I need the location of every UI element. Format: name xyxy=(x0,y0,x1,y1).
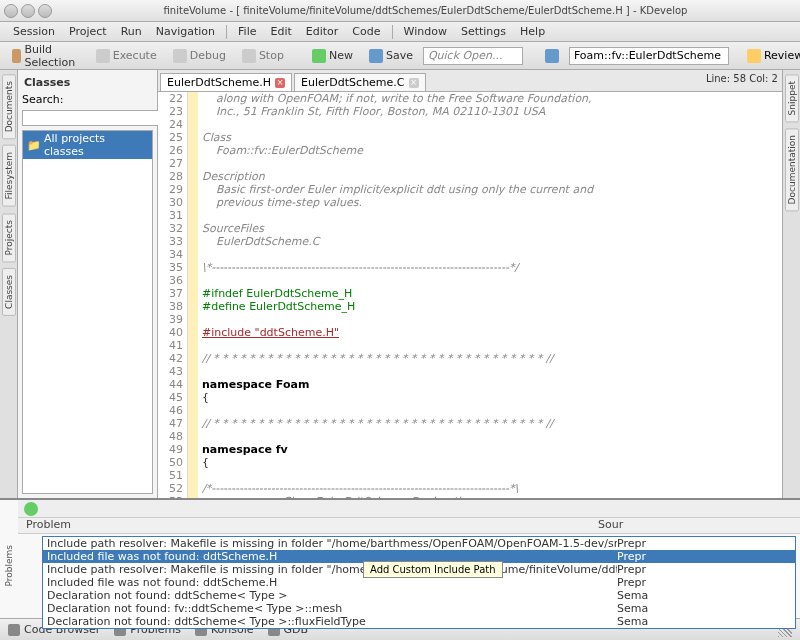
close-icon[interactable]: × xyxy=(275,78,285,88)
toolbar: Build Selection Execute Debug Stop New S… xyxy=(0,42,800,70)
review-button[interactable]: Review xyxy=(741,47,800,65)
problems-list[interactable]: Add Custom Include Path Include path res… xyxy=(42,536,796,629)
classes-root-item[interactable]: 📁 All projects classes xyxy=(23,131,152,159)
menu-edit[interactable]: Edit xyxy=(263,25,298,38)
menu-run[interactable]: Run xyxy=(114,25,149,38)
window-close-button[interactable] xyxy=(4,4,18,18)
new-button[interactable]: New xyxy=(306,47,359,65)
menu-settings[interactable]: Settings xyxy=(454,25,513,38)
menu-navigation[interactable]: Navigation xyxy=(149,25,222,38)
rail-documentation[interactable]: Documentation xyxy=(785,128,799,211)
problem-row[interactable]: Declaration not found: fv::ddtScheme< Ty… xyxy=(43,602,795,615)
classes-tree[interactable]: 📁 All projects classes xyxy=(22,130,153,494)
rail-filesystem[interactable]: Filesystem xyxy=(2,145,16,207)
quick-open-input[interactable]: Quick Open... xyxy=(423,47,523,65)
tab-euler-c[interactable]: EulerDdtScheme.C× xyxy=(294,73,425,91)
line-col-indicator: Line: 58 Col: 2 xyxy=(706,73,778,84)
rail-projects[interactable]: Projects xyxy=(2,213,16,262)
menubar: SessionProjectRunNavigationFileEditEdito… xyxy=(0,22,800,42)
window-min-button[interactable] xyxy=(21,4,35,18)
menu-code[interactable]: Code xyxy=(345,25,387,38)
navigation-field[interactable]: Foam::fv::EulerDdtScheme xyxy=(569,47,729,65)
save-button[interactable]: Save xyxy=(363,47,419,65)
problem-row[interactable]: Include path resolver: Makefile is missi… xyxy=(43,537,795,550)
folder-icon: 📁 xyxy=(27,139,41,152)
classes-search-input[interactable] xyxy=(22,110,175,126)
rail-snippet[interactable]: Snippet xyxy=(785,74,799,122)
editor-area: EulerDdtScheme.H× EulerDdtScheme.C× 22 2… xyxy=(158,70,782,498)
refresh-icon[interactable] xyxy=(24,502,38,516)
rail-classes[interactable]: Classes xyxy=(2,268,16,316)
bug-icon xyxy=(173,49,187,63)
build-button[interactable]: Build Selection xyxy=(6,41,86,71)
editor-tabs: EulerDdtScheme.H× EulerDdtScheme.C× xyxy=(158,70,782,92)
problems-side-tab[interactable]: Problems xyxy=(0,500,18,631)
context-tooltip[interactable]: Add Custom Include Path xyxy=(363,561,503,578)
close-icon[interactable]: × xyxy=(409,78,419,88)
problems-panel: Problems Problem Sour Add Custom Include… xyxy=(0,498,800,618)
arrow-left-icon xyxy=(545,49,559,63)
problems-header: Problem Sour xyxy=(18,518,800,534)
tab-euler-h[interactable]: EulerDdtScheme.H× xyxy=(160,73,292,91)
code-editor[interactable]: 22 23 24 25 26 27 28 29 30 31 32 33 34 3… xyxy=(158,92,782,498)
execute-button[interactable]: Execute xyxy=(90,47,163,65)
nav-back-button[interactable] xyxy=(539,47,565,65)
window-max-button[interactable] xyxy=(38,4,52,18)
menu-window[interactable]: Window xyxy=(397,25,454,38)
stop-button[interactable]: Stop xyxy=(236,47,290,65)
left-rail: DocumentsFilesystemProjectsClasses xyxy=(0,70,18,498)
search-label: Search: xyxy=(22,93,64,106)
save-icon xyxy=(369,49,383,63)
window-title: finiteVolume - [ finiteVolume/finiteVolu… xyxy=(55,5,796,16)
rail-documents[interactable]: Documents xyxy=(2,74,16,139)
debug-button[interactable]: Debug xyxy=(167,47,232,65)
problem-row[interactable]: Declaration not found: ddtScheme< Type >… xyxy=(43,615,795,628)
hammer-icon xyxy=(12,49,21,63)
menu-session[interactable]: Session xyxy=(6,25,62,38)
line-gutter: 22 23 24 25 26 27 28 29 30 31 32 33 34 3… xyxy=(158,92,188,498)
menu-project[interactable]: Project xyxy=(62,25,114,38)
menu-file[interactable]: File xyxy=(231,25,263,38)
new-icon xyxy=(312,49,326,63)
classes-header: Classes xyxy=(22,74,153,91)
menu-editor[interactable]: Editor xyxy=(299,25,346,38)
titlebar: finiteVolume - [ finiteVolume/finiteVolu… xyxy=(0,0,800,22)
classes-panel: Classes Search: 📁 All projects classes xyxy=(18,70,158,498)
stop-icon xyxy=(242,49,256,63)
right-rail: SnippetDocumentation xyxy=(782,70,800,498)
code-content[interactable]: along with OpenFOAM; if not, write to th… xyxy=(198,92,782,498)
fold-gutter[interactable] xyxy=(188,92,198,498)
play-icon xyxy=(96,49,110,63)
menu-help[interactable]: Help xyxy=(513,25,552,38)
review-icon xyxy=(747,49,761,63)
problem-row[interactable]: Declaration not found: ddtScheme< Type >… xyxy=(43,589,795,602)
